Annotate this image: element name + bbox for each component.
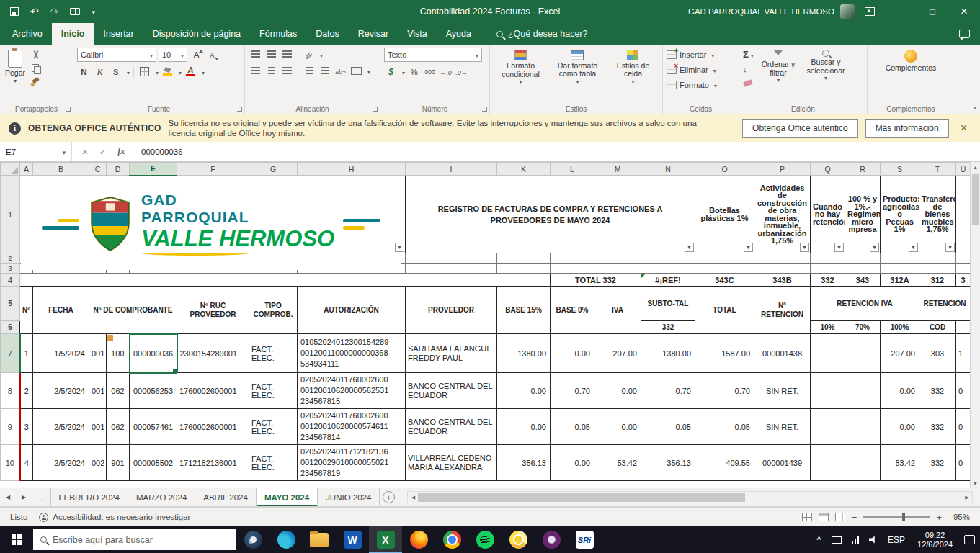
taskbar-excel-icon[interactable] — [369, 526, 402, 553]
column-header-P[interactable]: P — [754, 163, 811, 176]
column-header-G[interactable]: G — [249, 163, 298, 176]
ribbon-tab-disposición-de-página[interactable]: Disposición de página — [143, 23, 250, 45]
cell-B9[interactable]: 2/5/2024 — [33, 409, 89, 445]
column-header-H[interactable]: H — [298, 163, 406, 176]
cell[interactable] — [881, 264, 919, 274]
enter-icon[interactable] — [99, 147, 107, 157]
wrap-text-button[interactable] — [334, 64, 347, 78]
header-subtotal[interactable]: SUBTO-TAL — [641, 287, 695, 321]
cell[interactable] — [754, 253, 811, 264]
ribbon-tab-fórmulas[interactable]: Fórmulas — [250, 23, 306, 45]
maximize-button[interactable] — [917, 0, 948, 23]
increase-indent-button[interactable] — [318, 64, 331, 78]
merge-center-button[interactable] — [349, 64, 363, 78]
avatar[interactable] — [840, 4, 855, 19]
delete-cells-button[interactable]: Eliminar — [667, 63, 735, 76]
cell[interactable] — [497, 264, 551, 274]
fill-color-button[interactable] — [161, 65, 174, 78]
cell-H7[interactable]: 0105202401230015428900120011000000000368… — [298, 334, 406, 373]
cell-O4[interactable]: 343C — [695, 274, 754, 287]
cell[interactable] — [406, 264, 497, 274]
tray-expand-icon[interactable] — [811, 536, 826, 544]
format-as-table-button[interactable]: Dar formato como tabla — [549, 48, 606, 86]
filter-dropdown-icon[interactable] — [870, 243, 879, 252]
number-format-select[interactable]: Texto — [384, 48, 482, 62]
cell-O8[interactable]: 0.70 — [695, 373, 754, 409]
cell[interactable] — [107, 253, 130, 264]
cell-O1[interactable]: Botellas plásticas 1% — [695, 176, 754, 253]
taskbar-chrome-icon[interactable] — [435, 526, 468, 553]
cell[interactable] — [497, 253, 551, 264]
cell[interactable] — [641, 253, 695, 264]
cancel-icon[interactable] — [82, 146, 88, 158]
chevron-down-icon[interactable] — [125, 67, 130, 77]
scroll-up-icon[interactable] — [971, 162, 980, 172]
cell[interactable] — [695, 253, 754, 264]
column-header-D[interactable]: D — [107, 163, 130, 176]
header-fecha[interactable]: FECHA — [33, 287, 89, 334]
cell-T8[interactable]: 332 — [919, 373, 956, 409]
cell-F8[interactable]: 1760002600001 — [177, 373, 249, 409]
cell-U10[interactable]: 0 — [956, 445, 971, 481]
header-autorizacion[interactable]: AUTORIZACIÓN — [298, 287, 406, 334]
cell-T4[interactable]: 312 — [919, 274, 956, 287]
vertical-scrollbar[interactable] — [970, 162, 980, 488]
cell-M8[interactable]: 0.00 — [594, 373, 641, 409]
sheet-nav-right-icon[interactable] — [16, 488, 32, 506]
taskbar-firefox-icon[interactable] — [402, 526, 435, 553]
align-middle-button[interactable] — [264, 48, 278, 61]
cell[interactable] — [919, 253, 956, 264]
cell[interactable] — [956, 264, 971, 274]
cell-A8[interactable]: 2 — [20, 373, 33, 409]
cell-P10[interactable]: 000001439 — [754, 445, 811, 481]
zoom-slider-thumb[interactable] — [902, 513, 905, 521]
cell-O10[interactable]: 409.55 — [695, 445, 754, 481]
cell-P1[interactable]: Actividades de construcción de obra mate… — [754, 176, 811, 253]
align-bottom-button[interactable] — [280, 48, 294, 61]
cell-R4[interactable]: 343 — [845, 274, 881, 287]
chevron-down-icon[interactable] — [318, 50, 323, 60]
header-retencion2[interactable]: RETENCION — [919, 287, 971, 321]
sheet-tab-abril-2024[interactable]: ABRIL 2024 — [195, 488, 257, 506]
cell-T7[interactable]: 303 — [919, 334, 956, 373]
taskbar-search[interactable] — [33, 529, 236, 550]
volume-icon[interactable] — [864, 536, 882, 544]
header-base0[interactable]: BASE 0% — [551, 287, 594, 334]
customize-toolbar-icon[interactable] — [92, 6, 95, 17]
cell-H10[interactable]: 0205202401171218213600120029010000055021… — [298, 445, 406, 481]
taskbar-chrome-canary-icon[interactable] — [502, 526, 535, 553]
cell[interactable] — [956, 321, 971, 334]
cell-Q9[interactable] — [811, 409, 845, 445]
cell-A10[interactable]: 4 — [20, 445, 33, 481]
cell-G10[interactable]: FACT. ELEC. — [249, 445, 298, 481]
cell-F10[interactable]: 1712182136001 — [177, 445, 249, 481]
scroll-left-icon[interactable] — [408, 492, 418, 503]
column-header-B[interactable]: B — [33, 163, 89, 176]
cell-N4-ref-error[interactable]: #¡REF! — [641, 274, 695, 287]
align-right-button[interactable] — [280, 64, 294, 78]
redo-icon[interactable] — [50, 6, 59, 17]
cell[interactable] — [177, 253, 249, 264]
dialog-launcher-icon[interactable] — [373, 107, 378, 112]
taskbar-tor-icon[interactable] — [535, 526, 568, 553]
select-all-corner[interactable] — [1, 163, 20, 176]
column-header-O[interactable]: O — [695, 163, 754, 176]
cell-E7[interactable]: 000000036 — [130, 334, 177, 373]
column-header-T[interactable]: T — [919, 163, 956, 176]
account-name[interactable]: GAD PARROQUIAL VALLE HERMOSO — [688, 7, 834, 16]
copy-icon[interactable] — [30, 64, 42, 73]
zoom-slider[interactable] — [863, 516, 930, 518]
format-painter-icon[interactable] — [30, 78, 42, 87]
cell[interactable] — [695, 264, 754, 274]
cell-I9[interactable]: BANCO CENTRAL DEL ECUADOR — [406, 409, 497, 445]
cell-N9[interactable]: 0.05 — [641, 409, 695, 445]
cell-F7[interactable]: 2300154289001 — [177, 334, 249, 373]
cell-S4[interactable]: 312A — [881, 274, 919, 287]
name-box[interactable]: E7 — [0, 142, 72, 161]
cell[interactable] — [594, 253, 641, 264]
taskbar-edge-icon[interactable] — [270, 526, 303, 553]
cell-D9[interactable]: 062 — [107, 409, 130, 445]
cell-T1[interactable]: Transferencia de bienes muebles 1,75% — [919, 176, 956, 253]
cell-Q1[interactable]: Cuando no hay retención — [811, 176, 845, 253]
cell[interactable] — [20, 274, 551, 287]
